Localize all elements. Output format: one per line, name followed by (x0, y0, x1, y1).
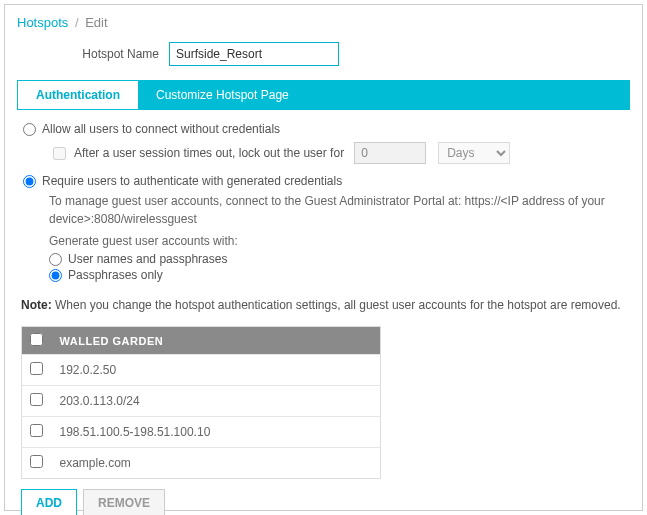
row-value: example.com (52, 448, 381, 479)
row-value: 203.0.113.0/24 (52, 386, 381, 417)
select-all-checkbox[interactable] (30, 333, 43, 346)
table-buttons: ADD REMOVE (21, 489, 626, 515)
remove-button[interactable]: REMOVE (83, 489, 165, 515)
table-header-label: WALLED GARDEN (52, 327, 381, 355)
require-auth-row: Require users to authenticate with gener… (21, 174, 626, 188)
breadcrumb-current: Edit (85, 15, 107, 30)
table-header-checkbox-cell (22, 327, 52, 355)
allow-all-radio[interactable] (23, 123, 36, 136)
breadcrumb-separator: / (75, 15, 79, 30)
require-auth-label: Require users to authenticate with gener… (42, 174, 342, 188)
table-row: 203.0.113.0/24 (22, 386, 381, 417)
generate-text: Generate guest user accounts with: (49, 232, 626, 250)
lockout-unit-select[interactable]: Days (438, 142, 510, 164)
table-row: 198.51.100.5-198.51.100.10 (22, 417, 381, 448)
row-checkbox[interactable] (30, 424, 43, 437)
lockout-checkbox[interactable] (53, 147, 66, 160)
passonly-row: Passphrases only (49, 268, 626, 282)
userpass-label: User names and passphrases (68, 252, 227, 266)
hotspot-name-input[interactable] (169, 42, 339, 66)
passonly-label: Passphrases only (68, 268, 163, 282)
table-row: example.com (22, 448, 381, 479)
userpass-radio[interactable] (49, 253, 62, 266)
userpass-row: User names and passphrases (49, 252, 626, 266)
tab-customize-hotspot[interactable]: Customize Hotspot Page (138, 81, 307, 109)
allow-all-label: Allow all users to connect without crede… (42, 122, 280, 136)
table-row: 192.0.2.50 (22, 355, 381, 386)
hotspot-name-row: Hotspot Name (17, 42, 630, 66)
tab-strip: Authentication Customize Hotspot Page (17, 80, 630, 110)
add-button[interactable]: ADD (21, 489, 77, 515)
row-value: 192.0.2.50 (52, 355, 381, 386)
row-value: 198.51.100.5-198.51.100.10 (52, 417, 381, 448)
allow-all-row: Allow all users to connect without crede… (21, 122, 626, 136)
require-auth-radio[interactable] (23, 175, 36, 188)
lockout-label: After a user session times out, lock out… (74, 146, 344, 160)
row-checkbox[interactable] (30, 362, 43, 375)
passonly-radio[interactable] (49, 269, 62, 282)
breadcrumb: Hotspots / Edit (17, 15, 630, 30)
breadcrumb-root[interactable]: Hotspots (17, 15, 68, 30)
lockout-value-input[interactable] (354, 142, 426, 164)
row-checkbox[interactable] (30, 455, 43, 468)
page-frame: Hotspots / Edit Hotspot Name Authenticat… (4, 4, 643, 511)
manage-text: To manage guest user accounts, connect t… (49, 192, 626, 228)
walled-garden-table: WALLED GARDEN 192.0.2.50 203.0.113.0/24 … (21, 326, 381, 479)
note-text: Note: When you change the hotspot authen… (21, 298, 626, 312)
tab-authentication[interactable]: Authentication (18, 80, 138, 109)
lockout-row: After a user session times out, lock out… (49, 142, 626, 164)
hotspot-name-label: Hotspot Name (75, 47, 169, 61)
auth-panel: Allow all users to connect without crede… (17, 110, 630, 515)
row-checkbox[interactable] (30, 393, 43, 406)
